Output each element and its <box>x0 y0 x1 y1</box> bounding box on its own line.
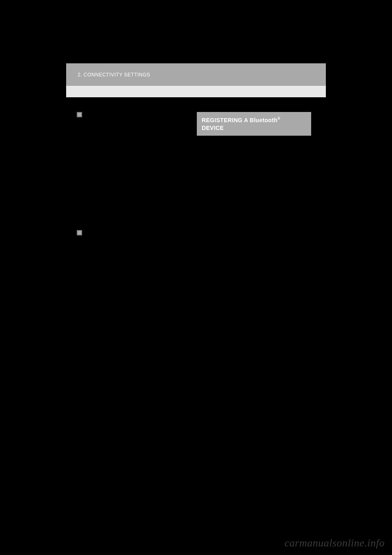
left-column <box>77 111 191 238</box>
page-sub-bar <box>66 86 326 97</box>
section-heading: REGISTERING A Bluetooth® DEVICE <box>197 112 311 136</box>
registered-trademark-icon: ® <box>278 116 281 121</box>
square-bullet-icon <box>77 112 82 120</box>
right-column: REGISTERING A Bluetooth® DEVICE <box>197 112 319 136</box>
bullet-item <box>77 229 191 238</box>
section-title-line2: DEVICE <box>202 125 224 131</box>
page-content: REGISTERING A Bluetooth® DEVICE <box>66 97 326 109</box>
watermark-text: carmanualsonline.info <box>285 537 385 549</box>
bullet-item <box>77 111 191 120</box>
breadcrumb: 2. CONNECTIVITY SETTINGS <box>78 72 150 78</box>
manual-page: 2. CONNECTIVITY SETTINGS REGISTERING A B… <box>66 63 326 492</box>
section-title-line1: REGISTERING A Bluetooth <box>202 117 278 123</box>
page-header-bar: 2. CONNECTIVITY SETTINGS <box>66 63 326 86</box>
square-bullet-icon <box>77 230 82 238</box>
